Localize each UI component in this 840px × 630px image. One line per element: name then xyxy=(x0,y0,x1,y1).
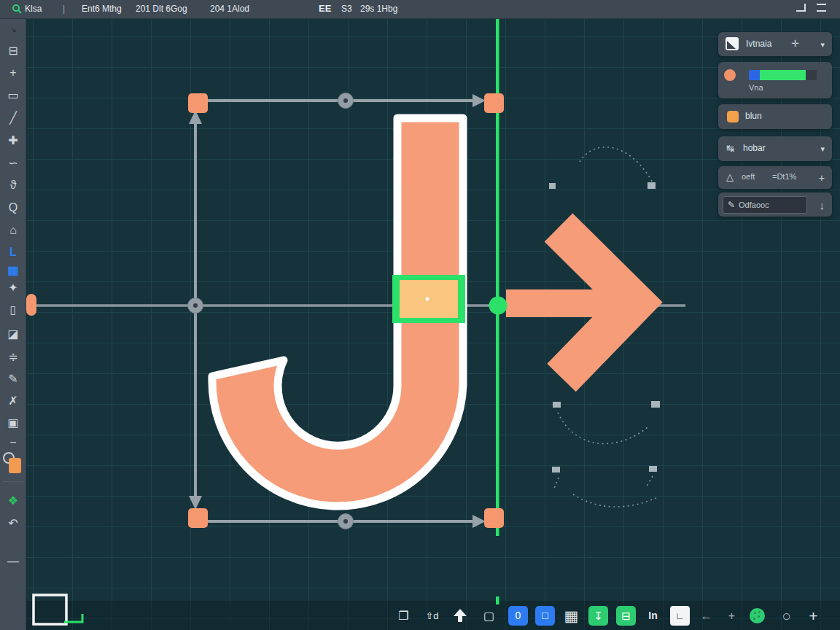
monitor-export-button[interactable]: ↧ xyxy=(588,606,608,626)
menu-item-1[interactable]: Ent6 Mthg xyxy=(82,4,122,14)
menu-item-3[interactable]: 204 1Alod xyxy=(210,4,249,14)
frame-tool-button[interactable]: □ xyxy=(535,606,555,626)
scissors-tool-icon[interactable]: ✗ xyxy=(0,392,26,411)
gradient-segment-blue xyxy=(749,70,760,80)
artboard-tool-icon[interactable]: ▯ xyxy=(0,300,26,319)
panel-search-input[interactable]: ✎ Odfaooc xyxy=(723,196,807,214)
menu-item-6[interactable]: 29s 1Hbg xyxy=(360,4,397,14)
plus-icon[interactable]: + xyxy=(819,172,825,184)
pattern-tool-icon[interactable]: ▦ xyxy=(0,261,26,280)
star-tool-icon[interactable]: ✦ xyxy=(0,279,26,298)
gradient-panel[interactable]: Vna xyxy=(718,62,832,98)
window-grid-button[interactable]: ▦ xyxy=(561,606,581,626)
marker-square-1[interactable] xyxy=(549,183,556,189)
add-large-button[interactable]: + xyxy=(804,606,823,626)
align-tool-icon[interactable]: ≑ xyxy=(0,348,26,367)
pen-tool-icon[interactable]: ✎ xyxy=(0,370,26,389)
menu-item-4[interactable]: EE xyxy=(319,3,331,14)
window-restore-icon[interactable] xyxy=(796,4,806,12)
midpoint-bottom-dot xyxy=(343,519,348,524)
handle-bottom-right[interactable] xyxy=(484,508,504,528)
briefcase-button[interactable]: ▢ xyxy=(479,606,499,626)
chevron-down-icon[interactable]: ▾ xyxy=(820,39,825,49)
image-thumb-icon xyxy=(726,37,739,50)
circle-tool-button[interactable]: ○ xyxy=(777,606,796,626)
move-icon[interactable]: ✛ xyxy=(791,38,799,49)
layer-panel[interactable]: Ivtnaia ✛ ▾ xyxy=(718,32,832,56)
add-small-button[interactable]: + xyxy=(722,606,742,626)
dashed-arc-top xyxy=(580,147,653,184)
fill-panel[interactable]: blun xyxy=(718,104,832,129)
arrow-bar[interactable] xyxy=(506,289,610,317)
midpoint-left-dot xyxy=(193,303,198,308)
menubar: Klsa | Ent6 Mthg 201 Dlt 6Gog 204 1Alod … xyxy=(0,0,840,19)
minus-tool-icon[interactable]: − xyxy=(0,433,26,452)
search-panel[interactable]: ✎ Odfaooc ↓ xyxy=(718,192,832,217)
donut-swatch-icon[interactable] xyxy=(724,69,736,81)
dashed-tick-right xyxy=(645,476,653,489)
undo-tool-icon[interactable]: ↶ xyxy=(0,514,26,533)
polygon-tool-icon[interactable]: ⌂ xyxy=(0,221,26,240)
slice-tool-icon[interactable]: ▣ xyxy=(0,413,26,432)
up-arrow-icon xyxy=(453,608,467,623)
arrowhead-right-top xyxy=(472,94,486,107)
dashed-arc-middle xyxy=(558,413,648,443)
arrowhead-down xyxy=(189,496,202,510)
chat-button[interactable]: ⊟ xyxy=(616,606,636,626)
spiral-tool-icon[interactable]: ϑ xyxy=(0,176,26,195)
in-button[interactable]: In xyxy=(643,606,663,626)
midpoint-top-dot xyxy=(343,98,348,103)
handle-top-right[interactable] xyxy=(484,93,504,113)
edge-guide-handle[interactable] xyxy=(26,294,36,316)
export-tool-icon[interactable]: ❖ xyxy=(0,491,26,510)
chevron-down-icon[interactable]: ▾ xyxy=(820,144,825,154)
fill-color-swatch[interactable] xyxy=(727,111,739,122)
marker-square-6[interactable] xyxy=(649,466,657,472)
spacing-panel-label: hobar xyxy=(743,143,766,153)
line-tool-icon[interactable]: ╱ xyxy=(0,109,26,128)
lasso-tool-icon[interactable]: Q xyxy=(0,198,26,217)
frame-outline[interactable] xyxy=(34,595,66,624)
add-tool-icon[interactable]: + xyxy=(0,63,26,82)
search-icon[interactable] xyxy=(12,4,22,16)
marker-square-3[interactable] xyxy=(553,402,561,408)
fill-square-icon xyxy=(9,458,21,473)
cookie-button[interactable] xyxy=(747,606,767,626)
marker-square-4[interactable] xyxy=(651,401,660,408)
duplicate-button[interactable]: ❐ xyxy=(394,606,413,626)
green-anchor-handle[interactable] xyxy=(489,297,508,315)
back-button[interactable]: ← xyxy=(696,606,716,626)
transform-tool-icon[interactable]: ✚ xyxy=(0,131,26,150)
arrow-shape[interactable] xyxy=(506,228,634,378)
vertical-guide-tick xyxy=(496,596,499,604)
handle-bottom-left[interactable] xyxy=(188,508,208,528)
panel-search-value: Odfaooc xyxy=(739,201,769,209)
menu-item-5[interactable]: S3 xyxy=(341,4,352,14)
menu-search-label[interactable]: Klsa xyxy=(25,4,42,14)
marker-square-2[interactable] xyxy=(648,182,656,189)
type-tool-icon[interactable]: L xyxy=(0,243,26,262)
spacing-panel[interactable]: ↹ hobar ▾ xyxy=(718,136,832,161)
node-edit-button[interactable]: ⇧d xyxy=(422,606,442,626)
gradient-bar[interactable] xyxy=(749,70,817,80)
curve-tool-icon[interactable]: ∽ xyxy=(0,154,26,173)
handle-top-left[interactable] xyxy=(188,93,208,113)
marker-square-5[interactable] xyxy=(552,467,560,472)
dash-tool-icon[interactable]: — xyxy=(0,552,26,571)
paren-tool-button[interactable]: 0 xyxy=(508,606,528,626)
shape-builder-tool-icon[interactable]: ◪ xyxy=(0,324,26,343)
path-panel-label: oeft xyxy=(742,172,755,181)
rectangle-tool-icon[interactable]: ▭ xyxy=(0,86,26,105)
path-panel[interactable]: △ oeft =Dt1% + xyxy=(718,166,832,189)
arrow-down-icon[interactable]: ↓ xyxy=(820,198,825,211)
fill-swatch-icon[interactable] xyxy=(3,452,25,477)
arrow-up-button[interactable] xyxy=(450,606,470,626)
menu-item-2[interactable]: 201 Dlt 6Gog xyxy=(136,4,187,14)
expand-icon[interactable]: ↘ xyxy=(0,20,26,39)
path-panel-value: =Dt1% xyxy=(772,172,796,181)
save-tool-icon[interactable]: ⊟ xyxy=(0,42,26,61)
arrowhead-right-bottom xyxy=(472,515,486,528)
tab-arrows-icon: ↹ xyxy=(726,143,734,154)
corner-tool-button[interactable]: ∟ xyxy=(670,606,690,626)
window-minimize-icon[interactable] xyxy=(817,4,826,12)
